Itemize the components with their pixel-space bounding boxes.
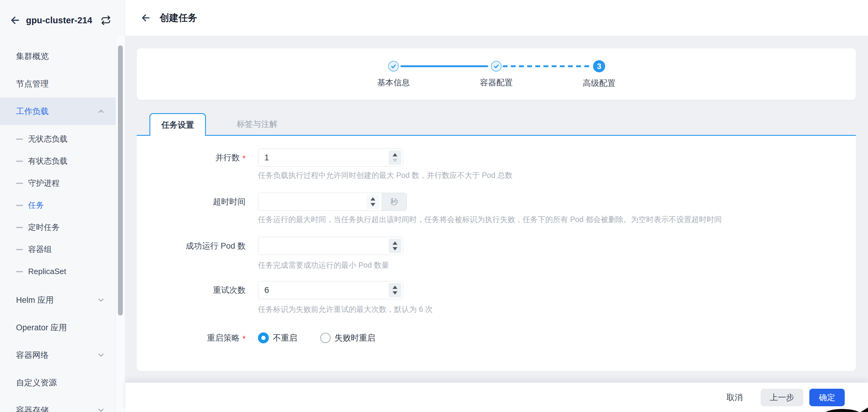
field-label: 重试次数 [137, 285, 246, 296]
dash-icon [16, 271, 23, 272]
radio-option-on-failure[interactable]: 失败时重启 [320, 332, 375, 343]
chevron-down-icon [97, 296, 105, 304]
page-title: 创建任务 [160, 11, 197, 24]
app-root: gpu-cluster-214 集群概览 节点管理 工作负载 无状态负载 [0, 0, 868, 412]
spinner-up-icon[interactable] [393, 241, 397, 245]
sidebar-item-label: 容器网络 [16, 350, 49, 360]
cursor-corner-artifact [861, 408, 868, 412]
sidebar-item-container-storage[interactable]: 容器存储 [0, 396, 116, 412]
sidebar-menu: 集群概览 节点管理 工作负载 无状态负载 有状态负载 守护进程 [0, 42, 116, 412]
tab-job-settings[interactable]: 任务设置 [149, 113, 206, 136]
repeat-icon [101, 15, 111, 25]
wizard-footer: 取消 上一步 确定 [125, 383, 868, 412]
sidebar-scrollbar-thumb[interactable] [118, 46, 123, 316]
spinner-up-icon[interactable] [371, 197, 375, 201]
sidebar-item-helm-apps[interactable]: Helm 应用 [0, 286, 116, 314]
field-label-text: 超时时间 [213, 196, 246, 207]
switch-cluster-button[interactable] [100, 14, 112, 26]
sidebar-item-jobs[interactable]: 任务 [0, 194, 116, 216]
sidebar-item-replicasets[interactable]: ReplicaSet [0, 260, 116, 283]
chevron-down-icon [97, 351, 105, 359]
step-check-icon [388, 61, 399, 72]
completions-stepper [258, 237, 403, 255]
radio-unselected-icon[interactable] [320, 333, 331, 343]
step-advanced-config: 3 高级配置 [569, 60, 629, 89]
form-row-completions: 成功运行 Pod 数 [137, 237, 403, 255]
required-asterisk: * [242, 154, 246, 163]
spinner-down-icon[interactable] [371, 203, 375, 206]
spinner-control [367, 195, 379, 209]
completions-input[interactable] [258, 237, 403, 255]
arrow-left-icon [9, 14, 21, 26]
radio-option-never[interactable]: 不重启 [258, 332, 297, 343]
sidebar-item-label: 守护进程 [28, 178, 60, 188]
parallelism-input[interactable] [258, 149, 403, 166]
spinner-down-icon[interactable] [393, 291, 397, 295]
stepper-card: 基本信息 容器配置 3 高级配置 [137, 49, 856, 100]
sidebar-item-label: 自定义资源 [16, 377, 57, 388]
sidebar-item-cluster-overview[interactable]: 集群概览 [0, 42, 116, 70]
spinner-up-icon[interactable] [393, 286, 397, 289]
step-label: 容器配置 [466, 77, 527, 88]
sidebar-item-operator-apps[interactable]: Operator 应用 [0, 314, 116, 341]
confirm-button[interactable]: 确定 [809, 389, 845, 406]
arrow-left-icon [140, 12, 151, 23]
sidebar-item-stateless-workloads[interactable]: 无状态负载 [0, 128, 116, 150]
page-back-button[interactable] [140, 12, 152, 24]
sidebar-item-node-management[interactable]: 节点管理 [0, 70, 116, 97]
radio-label: 不重启 [273, 332, 297, 343]
form-row-backoff-limit: 重试次数 [137, 281, 403, 299]
parallelism-stepper [258, 149, 403, 167]
tab-labels-annotations[interactable]: 标签与注解 [227, 113, 287, 135]
dash-icon [16, 183, 23, 184]
sidebar-header: gpu-cluster-214 [9, 11, 120, 29]
sidebar-item-label: 容器组 [28, 244, 52, 255]
backoff-limit-input[interactable] [258, 281, 403, 299]
timeout-stepper: 秒 [258, 193, 407, 211]
sidebar-item-pods[interactable]: 容器组 [0, 238, 116, 260]
spinner-down-icon[interactable] [393, 159, 397, 162]
radio-label: 失败时重启 [335, 332, 375, 343]
spinner-control [389, 239, 401, 253]
radio-selected-icon[interactable] [258, 332, 269, 343]
dash-icon [16, 160, 23, 162]
sidebar-item-stateful-workloads[interactable]: 有状态负载 [0, 150, 116, 172]
sidebar-scrollbar-track [116, 36, 125, 412]
spinner-up-icon[interactable] [393, 153, 397, 156]
field-label-text: 重启策略 [207, 332, 240, 343]
previous-step-button[interactable]: 上一步 [761, 389, 803, 406]
field-help-text: 任务运行的最大时间，当任务执行超出该时间时，任务将会被标识为执行失败，任务下的所… [258, 214, 722, 225]
sidebar-item-label: 节点管理 [16, 78, 49, 89]
step-number-badge: 3 [593, 60, 605, 72]
sidebar-item-cronjobs[interactable]: 定时任务 [0, 216, 116, 238]
field-help-text: 任务标识为失败前允许重试的最大次数，默认为 6 次 [258, 304, 433, 314]
sidebar-item-container-network[interactable]: 容器网络 [0, 341, 116, 369]
sidebar-item-workloads[interactable]: 工作负载 [0, 97, 116, 125]
field-label: 成功运行 Pod 数 [137, 240, 246, 252]
field-label-text: 成功运行 Pod 数 [186, 240, 246, 252]
spinner-down-icon[interactable] [393, 247, 397, 251]
field-label: 超时时间 [137, 196, 246, 207]
cluster-name: gpu-cluster-214 [26, 16, 92, 25]
dash-icon [16, 227, 23, 228]
sidebar-item-label: 定时任务 [28, 222, 60, 233]
sidebar-item-custom-resources[interactable]: 自定义资源 [0, 369, 116, 396]
chevron-down-icon [97, 406, 105, 412]
field-help-text: 任务负载执行过程中允许同时创建的最大 Pod 数，并行数应不大于 Pod 总数 [258, 170, 513, 180]
sidebar-item-label: 容器存储 [16, 405, 49, 412]
spinner-control [389, 150, 401, 165]
cluster-back-button[interactable] [9, 14, 21, 26]
sidebar: gpu-cluster-214 集群概览 节点管理 工作负载 无状态负载 [0, 0, 125, 412]
form-row-restart-policy: 重启策略 * 不重启 失败时重启 [137, 329, 375, 347]
sidebar-item-label: 有状态负载 [28, 156, 67, 166]
sidebar-item-label: 无状态负载 [28, 134, 67, 144]
sidebar-item-label: Operator 应用 [16, 322, 67, 333]
cancel-button[interactable]: 取消 [725, 389, 745, 406]
sidebar-item-label: 工作负载 [16, 106, 49, 117]
main-content: 基本信息 容器配置 3 高级配置 任务设置 标签与注解 并行数 * [125, 36, 868, 412]
sidebar-item-daemonsets[interactable]: 守护进程 [0, 172, 116, 194]
field-label-text: 重试次数 [213, 285, 246, 296]
sidebar-item-label: 任务 [28, 200, 44, 210]
form-row-parallelism: 并行数 * [137, 149, 403, 167]
spinner-control [389, 283, 401, 297]
